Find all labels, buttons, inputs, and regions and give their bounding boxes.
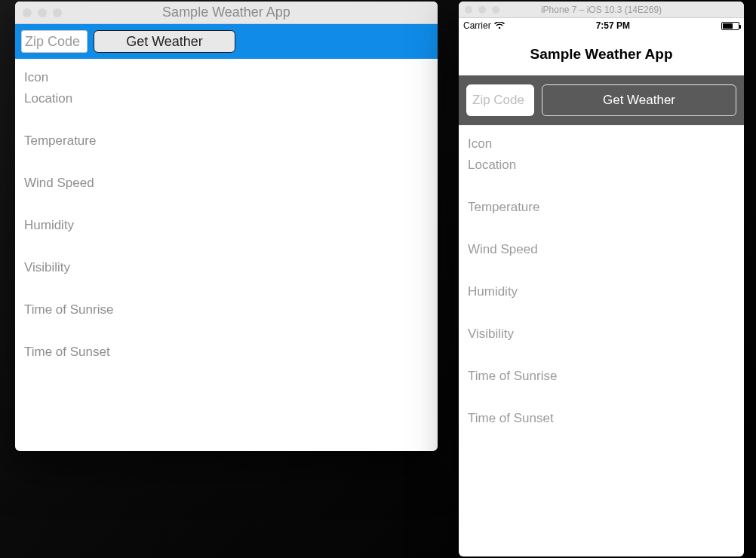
field-location: Location	[24, 90, 429, 107]
mac-traffic-lights	[15, 8, 62, 17]
field-wind-speed: Wind Speed	[468, 241, 735, 258]
sim-close-dot[interactable]	[465, 6, 472, 14]
mac-results-panel: Icon Location Temperature Wind Speed Hum…	[15, 59, 438, 371]
ios-simulator-window: iPhone 7 – iOS 10.3 (14E269) Carrier 7:5…	[459, 2, 744, 556]
ios-nav-bar: Sample Weather App	[459, 33, 744, 75]
field-sunset: Time of Sunset	[468, 410, 735, 427]
battery-icon	[721, 22, 739, 30]
mac-titlebar[interactable]: Sample Weather App	[15, 2, 438, 24]
field-icon: Icon	[24, 69, 429, 86]
zip-code-input[interactable]	[466, 84, 534, 116]
field-temperature: Temperature	[468, 199, 735, 216]
sim-window-title: iPhone 7 – iOS 10.3 (14E269)	[459, 5, 744, 15]
status-time: 7:57 PM	[596, 20, 630, 31]
mac-window-title: Sample Weather App	[15, 5, 438, 20]
wifi-icon	[494, 22, 505, 29]
mac-search-bar: Get Weather	[15, 24, 438, 59]
ios-nav-title: Sample Weather App	[530, 46, 673, 63]
sim-traffic-lights	[459, 6, 499, 14]
mac-minimize-dot[interactable]	[38, 8, 47, 17]
ios-search-bar: Get Weather	[459, 75, 744, 125]
field-temperature: Temperature	[24, 133, 429, 149]
zip-code-input[interactable]	[21, 30, 88, 53]
carrier-label: Carrier	[463, 20, 491, 31]
field-sunrise: Time of Sunrise	[468, 368, 735, 385]
get-weather-button[interactable]: Get Weather	[542, 84, 736, 116]
sim-minimize-dot[interactable]	[478, 6, 486, 14]
sim-zoom-dot[interactable]	[492, 6, 499, 14]
mac-zoom-dot[interactable]	[53, 8, 62, 17]
field-sunrise: Time of Sunrise	[24, 302, 429, 318]
mac-app-window: Sample Weather App Get Weather Icon Loca…	[15, 2, 438, 451]
field-humidity: Humidity	[24, 217, 429, 234]
ios-results-panel: Icon Location Temperature Wind Speed Hum…	[459, 125, 744, 437]
field-humidity: Humidity	[468, 284, 735, 300]
field-location: Location	[468, 157, 735, 173]
field-visibility: Visibility	[24, 259, 429, 276]
field-wind-speed: Wind Speed	[24, 175, 429, 192]
ios-status-bar: Carrier 7:57 PM	[459, 18, 744, 33]
field-icon: Icon	[468, 136, 735, 152]
mac-close-dot[interactable]	[23, 8, 32, 17]
sim-titlebar[interactable]: iPhone 7 – iOS 10.3 (14E269)	[459, 2, 744, 18]
get-weather-button[interactable]: Get Weather	[94, 30, 235, 53]
field-sunset: Time of Sunset	[24, 344, 429, 360]
field-visibility: Visibility	[468, 326, 735, 342]
